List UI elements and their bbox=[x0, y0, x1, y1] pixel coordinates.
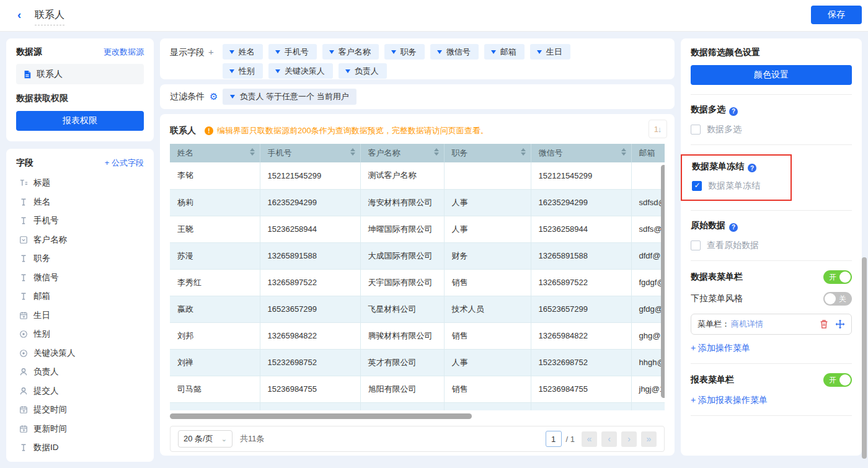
table-cell: 15232698752 bbox=[260, 349, 360, 376]
display-field-chip[interactable]: 关键决策人 bbox=[268, 63, 333, 79]
display-field-chip[interactable]: 客户名称 bbox=[322, 44, 379, 60]
sort-arrows-icon[interactable] bbox=[621, 148, 626, 156]
table-row[interactable]: 嬴政16523657299飞星材料公司技术人员16523657299gfdg@1 bbox=[170, 296, 665, 322]
table-row[interactable]: 杨莉16235294299海安材料有限公司人事16235294299sdfsd@ bbox=[170, 189, 665, 216]
display-field-chip[interactable]: 职务 bbox=[384, 44, 425, 60]
last-page-icon[interactable]: » bbox=[641, 431, 657, 447]
multiselect-checkbox[interactable] bbox=[691, 125, 701, 135]
field-item[interactable]: 更新时间 bbox=[16, 420, 144, 439]
chip-label: 微信号 bbox=[446, 46, 471, 58]
table-row[interactable]: 刘邦13265984822腾骏材料有限公司销售13265984822ghg@16 bbox=[170, 322, 665, 349]
field-item[interactable]: 客户名称 bbox=[16, 231, 144, 250]
filter-condition-chip[interactable]: 负责人 等于任意一个 当前用户 bbox=[223, 89, 356, 105]
page-number-input[interactable]: 1 bbox=[546, 431, 562, 447]
table-cell: 刘邦 bbox=[170, 322, 260, 349]
field-item[interactable]: 职务 bbox=[16, 249, 144, 268]
help-icon[interactable]: ? bbox=[729, 107, 738, 116]
page-size-select[interactable]: 20 条/页 ⌄ bbox=[178, 430, 232, 448]
field-item[interactable]: 手机号 bbox=[16, 211, 144, 231]
column-header[interactable]: 微信号 bbox=[531, 144, 631, 162]
add-display-field-icon[interactable]: + bbox=[208, 46, 214, 74]
sort-order-icon[interactable]: 1↓ bbox=[649, 120, 667, 138]
field-label: 负责人 bbox=[33, 366, 59, 377]
field-item[interactable]: 数据ID bbox=[16, 438, 144, 457]
freeze-checkbox-label: 数据菜单冻结 bbox=[708, 180, 760, 192]
display-field-chip[interactable]: 姓名 bbox=[223, 44, 263, 60]
gear-icon[interactable]: ⚙ bbox=[210, 91, 218, 102]
column-header[interactable]: 职务 bbox=[444, 144, 531, 162]
table-row[interactable]: 司马懿15236984755旭阳有限公司销售15236984755jhgj@16 bbox=[170, 376, 665, 402]
filter-label: 过滤条件 bbox=[170, 91, 205, 102]
display-field-chip[interactable]: 生日 bbox=[530, 44, 570, 60]
column-header[interactable]: 姓名 bbox=[170, 144, 260, 162]
next-page-icon[interactable]: › bbox=[621, 431, 637, 447]
field-item[interactable]: 提交人 bbox=[16, 382, 144, 401]
field-item[interactable]: 微信号 bbox=[16, 268, 144, 288]
page-vertical-scrollbar[interactable] bbox=[862, 257, 867, 459]
table-row[interactable]: 苏漫13265891588大成国际有限公司财务13265891588dfdf@1 bbox=[170, 242, 665, 269]
table-horizontal-scrollbar[interactable] bbox=[170, 413, 472, 419]
sort-arrows-icon[interactable] bbox=[521, 148, 526, 156]
text-icon bbox=[19, 254, 28, 263]
table-cell: ghg@16 bbox=[631, 322, 665, 349]
sort-arrows-icon[interactable] bbox=[250, 148, 255, 156]
report-menu-toggle[interactable]: 开 bbox=[823, 373, 852, 387]
display-field-chip[interactable]: 负责人 bbox=[339, 63, 387, 79]
field-item[interactable]: 生日 bbox=[16, 306, 144, 325]
move-icon[interactable] bbox=[835, 319, 845, 329]
sort-arrows-icon[interactable] bbox=[434, 148, 439, 156]
table-menu-toggle[interactable]: 开 bbox=[823, 270, 852, 284]
field-item[interactable]: 提交时间 bbox=[16, 400, 144, 420]
table-row[interactable]: 刘禅15232698752英才有限公司人事15232698752hhgh@ bbox=[170, 349, 665, 376]
column-header[interactable]: 客户名称 bbox=[360, 144, 444, 162]
table-cell: 152121545299 bbox=[260, 162, 360, 189]
freeze-checkbox[interactable] bbox=[692, 181, 702, 191]
menu-item-name: 商机详情 bbox=[731, 319, 763, 330]
dropdown-style-toggle[interactable]: 关 bbox=[823, 292, 852, 306]
column-header[interactable]: 邮箱 bbox=[631, 144, 665, 162]
caret-down-icon bbox=[230, 95, 235, 99]
menu-item-row[interactable]: 菜单栏： 商机详情 bbox=[691, 314, 852, 335]
table-menu-section: 数据表菜单栏 开 下拉菜单风格 关 菜单栏： 商机详情 + 添加操作菜单 bbox=[691, 270, 852, 354]
table-cell: 海安材料有限公司 bbox=[360, 189, 444, 216]
first-page-icon[interactable]: « bbox=[582, 431, 597, 447]
table-row[interactable]: 李秀红13265897522天宇国际有限公司销售13265897522fgdgf… bbox=[170, 269, 665, 296]
field-item[interactable]: 关键决策人 bbox=[16, 344, 144, 363]
datasource-item[interactable]: 联系人 bbox=[16, 64, 144, 84]
field-item[interactable]: 姓名 bbox=[16, 193, 144, 212]
display-field-chip[interactable]: 微信号 bbox=[430, 44, 479, 60]
table-vertical-scrollbar[interactable] bbox=[661, 165, 665, 398]
display-fields-label: 显示字段 bbox=[170, 47, 205, 74]
column-header[interactable]: 手机号 bbox=[260, 144, 360, 162]
prev-page-icon[interactable]: ‹ bbox=[601, 431, 617, 447]
sort-arrows-icon[interactable] bbox=[350, 148, 355, 156]
raw-data-section: 原始数据? 查看原始数据 bbox=[691, 220, 852, 251]
add-report-menu-link[interactable]: + 添加报表操作菜单 bbox=[691, 395, 852, 406]
raw-data-checkbox-label: 查看原始数据 bbox=[707, 240, 759, 251]
table-row[interactable]: 李铭152121545299测试客户名称152121545299 bbox=[170, 162, 665, 189]
field-item[interactable]: 性别 bbox=[16, 325, 144, 344]
trash-icon[interactable] bbox=[819, 319, 829, 329]
add-formula-field-link[interactable]: + 公式字段 bbox=[105, 157, 144, 169]
save-button[interactable]: 保存 bbox=[811, 6, 862, 24]
report-permission-button[interactable]: 报表权限 bbox=[16, 111, 144, 131]
table-cell: 152121545299 bbox=[531, 162, 631, 189]
field-label: 提交人 bbox=[33, 386, 59, 397]
help-icon[interactable]: ? bbox=[748, 164, 756, 172]
color-settings-button[interactable]: 颜色设置 bbox=[691, 65, 852, 85]
table-row[interactable]: 王晓15236258944坤曜国际有限公司人事15236258944sdfs@1 bbox=[170, 216, 665, 242]
back-icon[interactable]: ‹ bbox=[17, 8, 21, 22]
add-action-menu-link[interactable]: + 添加操作菜单 bbox=[691, 343, 852, 354]
change-datasource-link[interactable]: 更改数据源 bbox=[104, 46, 144, 58]
field-item[interactable]: 负责人 bbox=[16, 363, 144, 382]
table-cell: sdfs@1 bbox=[631, 216, 665, 242]
raw-data-checkbox[interactable] bbox=[691, 241, 701, 250]
display-field-chip[interactable]: 邮箱 bbox=[484, 44, 525, 60]
field-item[interactable]: 邮箱 bbox=[16, 287, 144, 306]
display-field-chip[interactable]: 手机号 bbox=[268, 44, 317, 60]
field-item[interactable]: 标题 bbox=[16, 174, 144, 193]
table-cell: 王晓 bbox=[170, 216, 260, 242]
help-icon[interactable]: ? bbox=[729, 223, 738, 232]
table-cell: 旭阳有限公司 bbox=[360, 376, 444, 402]
display-field-chip[interactable]: 性别 bbox=[223, 63, 263, 79]
